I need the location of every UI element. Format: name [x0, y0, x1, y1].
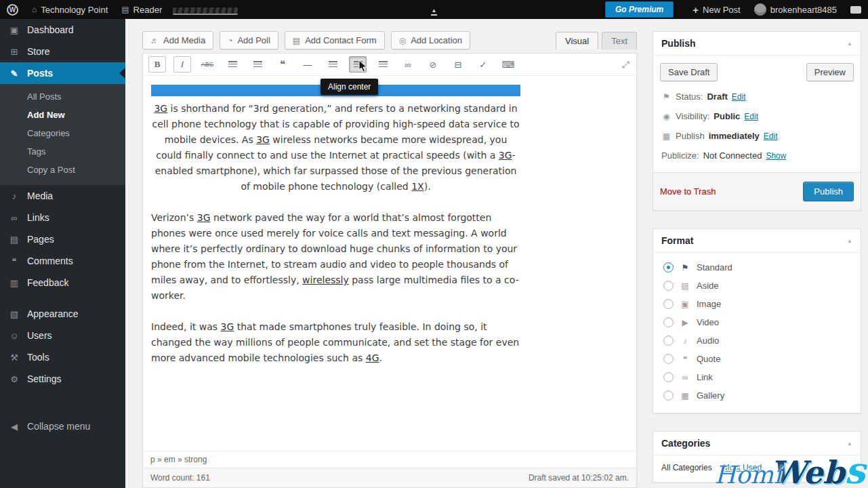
spellcheck-button[interactable]: ✓ [474, 56, 492, 73]
account-menu[interactable]: brokenheart8485 [747, 0, 844, 19]
strikethrough-button[interactable]: ABC [199, 56, 216, 73]
content-link[interactable]: 3G [221, 321, 234, 332]
content-link[interactable]: 4G [366, 352, 379, 363]
collapse-toggle-icon[interactable]: ▲ [847, 441, 852, 447]
sidebar-item-links[interactable]: ∞Links [0, 207, 125, 228]
numbered-list-button[interactable] [249, 56, 266, 73]
content-link[interactable]: 3G [499, 150, 512, 161]
align-left-button[interactable] [324, 56, 342, 73]
collapse-toggle-icon[interactable]: ▲ [847, 41, 852, 47]
pushpin-icon: ✎ [8, 68, 20, 79]
sidebar-item-settings[interactable]: ⚙Settings [0, 368, 125, 390]
wp-logo-menu[interactable]: W [0, 0, 25, 19]
add-location-button[interactable]: ◎Add Location [391, 31, 470, 49]
submenu-item-copy-a-post[interactable]: Copy a Post [0, 161, 125, 179]
publish-button[interactable]: Publish [803, 182, 854, 201]
go-premium-button[interactable]: Go Premium [605, 1, 674, 18]
minor-publishing-actions: Save Draft Preview [653, 56, 861, 87]
sidebar-item-feedback[interactable]: ▥Feedback [0, 272, 125, 293]
bold-button[interactable]: B [148, 56, 166, 73]
content-link[interactable]: 3G [197, 212, 211, 223]
format-option-link[interactable]: ∞Link [653, 368, 861, 386]
format-panel-header[interactable]: Format ▲ [653, 229, 861, 253]
radio-quote[interactable] [663, 354, 674, 364]
format-option-gallery[interactable]: ▦Gallery [653, 386, 861, 405]
admin-sidebar: ▣Dashboard⊞Store✎PostsAll PostsAdd NewCa… [0, 19, 125, 488]
submenu-item-categories[interactable]: Categories [0, 124, 125, 142]
radio-video[interactable] [663, 317, 674, 327]
sidebar-item-store[interactable]: ⊞Store [0, 41, 125, 62]
radio-standard[interactable] [663, 262, 674, 272]
format-option-audio[interactable]: ♪Audio [653, 331, 861, 350]
sidebar-item-comments[interactable]: ❝Comments [0, 250, 125, 272]
move-to-trash-link[interactable]: Move to Trash [660, 186, 716, 197]
upload-indicator[interactable]: ▲ [431, 4, 438, 16]
sidebar-item-posts[interactable]: ✎Posts [0, 62, 125, 84]
blockquote-button[interactable]: ❝ [274, 56, 291, 73]
tab-most-used[interactable]: Most Used [723, 463, 762, 472]
site-name-menu[interactable]: ⌂ Technology Point [25, 0, 115, 19]
submenu-item-all-posts[interactable]: All Posts [0, 87, 125, 106]
horizontal-rule-button[interactable]: — [299, 56, 316, 73]
mouse-cursor [358, 60, 367, 73]
active-menu-arrow [119, 68, 125, 79]
tab-visual[interactable]: Visual [556, 32, 598, 49]
radio-audio[interactable] [663, 336, 674, 346]
format-option-image[interactable]: ▣Image [653, 295, 861, 313]
bullet-list-button[interactable] [224, 56, 241, 73]
format-option-standard[interactable]: ⚑Standard [653, 258, 861, 277]
sidebar-item-tools[interactable]: ⚒Tools [0, 346, 125, 368]
toggle-toolbar-button[interactable]: ⌨ [499, 56, 517, 73]
new-post-menu[interactable]: + New Post [686, 0, 747, 19]
edit-schedule-link[interactable]: Edit [764, 131, 778, 141]
sidebar-item-appearance[interactable]: ▧Appearance [0, 303, 125, 325]
content-link[interactable]: 3G [256, 134, 270, 145]
italic-button[interactable]: I [173, 56, 191, 73]
add-contact-form-button[interactable]: ▤Add Contact Form [285, 31, 385, 49]
content-link[interactable]: 3G [154, 103, 167, 114]
add-poll-button[interactable]: ◔Add Poll [220, 31, 278, 49]
tab-all-categories[interactable]: All Categories [661, 463, 712, 472]
element-path[interactable]: p » em » strong [143, 451, 636, 468]
publish-panel-header[interactable]: Publish ▲ [653, 32, 861, 56]
format-option-aside[interactable]: ▤Aside [653, 277, 861, 295]
radio-aside[interactable] [663, 281, 674, 291]
tab-text[interactable]: Text [602, 32, 637, 49]
submenu-item-tags[interactable]: Tags [0, 142, 125, 161]
preview-button[interactable]: Preview [806, 63, 854, 81]
contact-form-icon: ▤ [293, 36, 300, 45]
sidebar-item-collapse-menu[interactable]: ◀Collapse menu [0, 415, 125, 437]
format-option-label: Video [697, 317, 719, 327]
reader-menu[interactable]: ▤ Reader [115, 0, 169, 19]
sidebar-item-users[interactable]: ☺Users [0, 325, 125, 346]
notifications-bubble-icon[interactable] [850, 6, 861, 14]
align-right-button[interactable] [374, 56, 392, 73]
sidebar-item-dashboard[interactable]: ▣Dashboard [0, 19, 125, 41]
publicize-show-link[interactable]: Show [766, 151, 786, 161]
content-link[interactable]: wirelessly [302, 274, 349, 285]
wordpress-logo-icon: W [7, 4, 18, 16]
insert-link-button[interactable]: ∞ [399, 56, 417, 73]
save-draft-button[interactable]: Save Draft [660, 63, 718, 81]
more-tag-button[interactable]: ⊟ [449, 56, 467, 73]
collapse-toggle-icon[interactable]: ▲ [847, 238, 852, 244]
format-option-quote[interactable]: ❝Quote [653, 350, 861, 368]
categories-panel: Categories ▲ All Categories Most Used [653, 431, 861, 483]
fullscreen-button[interactable]: ⤢ [622, 59, 629, 70]
edit-status-link[interactable]: Edit [732, 92, 746, 102]
add-media-button[interactable]: ♬Add Media [142, 31, 213, 49]
content-link[interactable]: 1X [411, 181, 424, 192]
radio-gallery[interactable] [663, 390, 674, 401]
radio-link[interactable] [663, 372, 674, 382]
editor-canvas[interactable]: 3G is shorthand for “3rd generation,” an… [143, 76, 636, 451]
sidebar-item-media[interactable]: ♪Media [0, 185, 125, 207]
submenu-item-add-new[interactable]: Add New [0, 106, 125, 124]
edit-visibility-link[interactable]: Edit [744, 112, 758, 121]
sidebar-item-pages[interactable]: ▤Pages [0, 228, 125, 250]
radio-image[interactable] [663, 299, 674, 309]
reader-label: Reader [133, 5, 163, 15]
categories-panel-header[interactable]: Categories ▲ [653, 432, 861, 455]
remove-link-button[interactable]: ⊘ [424, 56, 442, 73]
align-center-tooltip: Align center [321, 79, 378, 95]
format-option-video[interactable]: ▶Video [653, 313, 861, 331]
